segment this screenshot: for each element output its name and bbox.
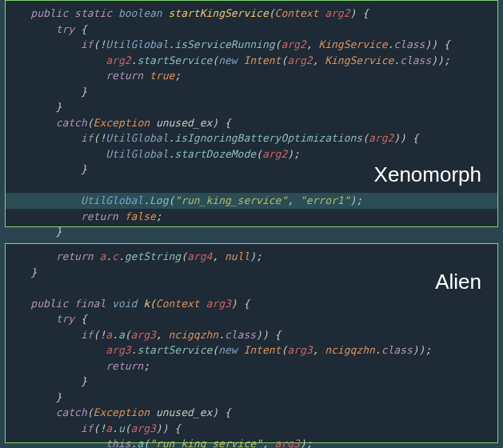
xenomorph-code-panel: public static boolean startKingService(C…: [5, 0, 498, 227]
tok: UtilGlobal: [106, 148, 168, 160]
tok: return: [106, 360, 143, 372]
tok: this: [106, 438, 130, 448]
function-name: startKingService: [169, 7, 269, 19]
tok: "run_king_service": [174, 194, 287, 206]
tok: arg2: [287, 54, 312, 66]
alien-code-panel: return a.c.getString(arg4, null); } publ…: [5, 243, 498, 443]
tok: if: [81, 38, 94, 50]
tok: startDozeMode: [174, 148, 256, 160]
tok: Intent: [243, 54, 281, 66]
tok: arg3: [106, 344, 130, 356]
tok: class: [225, 329, 256, 341]
tok: catch: [56, 117, 87, 129]
tok: class: [400, 54, 431, 66]
tok: class: [393, 38, 425, 50]
tok: arg3: [287, 344, 312, 356]
tok: u: [118, 422, 125, 434]
tok: boolean: [118, 7, 162, 19]
tok: Intent: [243, 344, 281, 356]
tok: startService: [137, 344, 212, 356]
tok: UtilGlobal: [81, 194, 143, 206]
tok: return: [56, 250, 94, 262]
tok: if: [81, 422, 94, 434]
tok: Exception: [94, 117, 150, 129]
tok: a: [99, 250, 106, 262]
tok: ncigqzhn: [169, 329, 219, 341]
tok: startService: [137, 54, 212, 66]
tok: if: [81, 132, 94, 144]
tok: if: [81, 329, 94, 341]
tok: true: [150, 70, 174, 82]
tok: class: [381, 344, 413, 356]
tok: isIgnoringBatteryOptimizations: [174, 132, 362, 144]
tok: arg4: [187, 250, 212, 262]
tok: arg2: [262, 148, 287, 160]
tok: arg3: [206, 298, 230, 310]
tok: arg3: [131, 422, 156, 434]
tok: unused_ex: [156, 406, 212, 418]
tok: isServiceRunning: [174, 38, 274, 50]
tok: arg2: [106, 54, 130, 66]
tok: unused_ex: [156, 117, 212, 129]
tok: c: [112, 250, 118, 262]
tok: a: [118, 329, 125, 341]
highlighted-line: UtilGlobal.Log("run_king_service", "erro…: [6, 193, 497, 209]
tok: false: [125, 210, 156, 222]
alien-label: Alien: [435, 266, 481, 298]
tok: a: [106, 329, 112, 341]
tok: catch: [56, 406, 87, 418]
tok: new: [218, 54, 237, 66]
tok: arg2: [281, 38, 305, 50]
xenomorph-label: Xenomorph: [374, 159, 481, 190]
function-name: k: [143, 298, 150, 310]
tok: arg2: [325, 7, 349, 19]
tok: UtilGlobal: [106, 132, 168, 144]
tok: Exception: [94, 406, 150, 418]
tok: Context: [275, 7, 319, 19]
tok: "run_king_service": [150, 438, 262, 448]
tok: UtilGlobal: [106, 38, 168, 50]
tok: ncigqzhn: [325, 344, 375, 356]
tok: public static: [30, 7, 112, 19]
tok: KingService: [325, 54, 393, 66]
tok: try: [56, 313, 74, 325]
tok: a: [106, 422, 112, 434]
tok: a: [137, 438, 143, 448]
tok: void: [112, 298, 137, 310]
alien-code: return a.c.getString(arg4, null); } publ…: [6, 244, 497, 448]
tok: arg3: [275, 438, 300, 448]
tok: Log: [150, 194, 168, 206]
tok: Context: [156, 298, 200, 310]
tok: new: [218, 344, 237, 356]
tok: return: [106, 70, 143, 82]
tok: "error1": [300, 194, 350, 206]
tok: arg2: [369, 132, 393, 144]
tok: return: [81, 210, 118, 222]
tok: KingService: [318, 38, 387, 50]
tok: getString: [125, 250, 181, 262]
tok: null: [225, 250, 250, 262]
tok: arg3: [131, 329, 156, 341]
tok: public final: [30, 298, 106, 310]
tok: try: [56, 23, 74, 35]
